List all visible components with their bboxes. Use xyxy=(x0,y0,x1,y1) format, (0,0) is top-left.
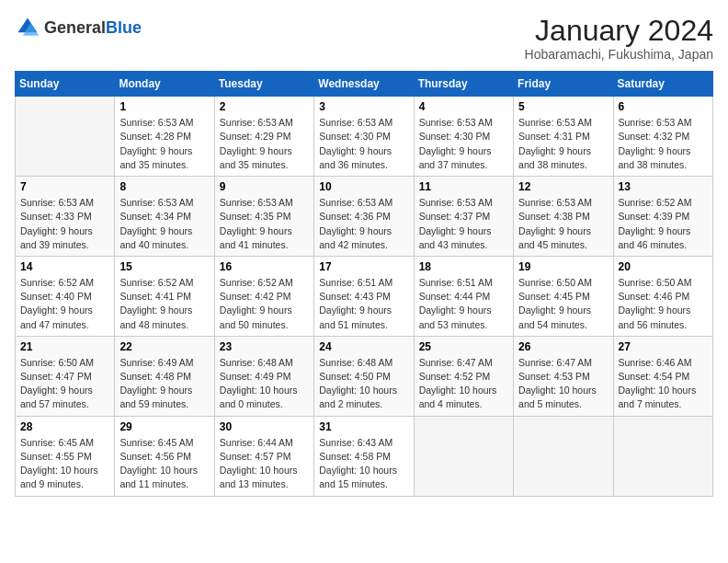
day-info: Sunrise: 6:53 AMSunset: 4:30 PMDaylight:… xyxy=(319,116,408,172)
calendar-cell-w3-d7: 20Sunrise: 6:50 AMSunset: 4:46 PMDayligh… xyxy=(613,256,712,336)
day-info: Sunrise: 6:47 AMSunset: 4:53 PMDaylight:… xyxy=(518,356,608,412)
day-number: 5 xyxy=(518,100,608,113)
day-info: Sunrise: 6:52 AMSunset: 4:39 PMDaylight:… xyxy=(619,196,708,252)
day-info: Sunrise: 6:45 AMSunset: 4:55 PMDaylight:… xyxy=(20,436,109,492)
calendar-cell-w4-d5: 25Sunrise: 6:47 AMSunset: 4:52 PMDayligh… xyxy=(414,336,513,416)
day-number: 11 xyxy=(419,180,508,193)
col-thursday: Thursday xyxy=(414,72,513,97)
month-title: January 2024 xyxy=(525,15,713,47)
day-info: Sunrise: 6:53 AMSunset: 4:34 PMDaylight:… xyxy=(119,196,209,252)
calendar-cell-w2-d6: 12Sunrise: 6:53 AMSunset: 4:38 PMDayligh… xyxy=(514,177,613,257)
calendar-cell-w5-d3: 30Sunrise: 6:44 AMSunset: 4:57 PMDayligh… xyxy=(214,416,313,496)
calendar-table: Sunday Monday Tuesday Wednesday Thursday… xyxy=(15,71,713,496)
day-number: 22 xyxy=(119,340,209,353)
col-sunday: Sunday xyxy=(16,72,115,97)
col-monday: Monday xyxy=(115,72,214,97)
day-info: Sunrise: 6:52 AMSunset: 4:40 PMDaylight:… xyxy=(20,276,109,332)
day-number: 20 xyxy=(619,260,708,273)
day-number: 29 xyxy=(119,420,209,433)
day-info: Sunrise: 6:51 AMSunset: 4:43 PMDaylight:… xyxy=(319,276,408,332)
calendar-cell-w5-d7 xyxy=(613,416,712,496)
page-header: GeneralBlue January 2024 Hobaramachi, Fu… xyxy=(15,15,713,62)
calendar-cell-w4-d2: 22Sunrise: 6:49 AMSunset: 4:48 PMDayligh… xyxy=(115,336,214,416)
day-number: 13 xyxy=(619,180,708,193)
calendar-cell-w3-d6: 19Sunrise: 6:50 AMSunset: 4:45 PMDayligh… xyxy=(514,256,613,336)
day-info: Sunrise: 6:52 AMSunset: 4:41 PMDaylight:… xyxy=(119,276,209,332)
logo: GeneralBlue xyxy=(15,15,142,40)
calendar-week-3: 14Sunrise: 6:52 AMSunset: 4:40 PMDayligh… xyxy=(16,256,713,336)
day-number: 4 xyxy=(419,100,508,113)
calendar-cell-w3-d3: 16Sunrise: 6:52 AMSunset: 4:42 PMDayligh… xyxy=(214,256,313,336)
day-number: 19 xyxy=(518,260,608,273)
day-info: Sunrise: 6:53 AMSunset: 4:33 PMDaylight:… xyxy=(20,196,109,252)
calendar-cell-w5-d1: 28Sunrise: 6:45 AMSunset: 4:55 PMDayligh… xyxy=(16,416,115,496)
calendar-cell-w3-d4: 17Sunrise: 6:51 AMSunset: 4:43 PMDayligh… xyxy=(314,256,414,336)
day-info: Sunrise: 6:53 AMSunset: 4:29 PMDaylight:… xyxy=(220,116,309,172)
calendar-cell-w5-d6 xyxy=(514,416,613,496)
logo-text-general: General xyxy=(44,18,106,37)
day-number: 12 xyxy=(518,180,608,193)
day-info: Sunrise: 6:53 AMSunset: 4:37 PMDaylight:… xyxy=(419,196,508,252)
day-number: 17 xyxy=(319,260,408,273)
col-wednesday: Wednesday xyxy=(314,72,414,97)
day-info: Sunrise: 6:45 AMSunset: 4:56 PMDaylight:… xyxy=(119,436,209,492)
day-info: Sunrise: 6:53 AMSunset: 4:35 PMDaylight:… xyxy=(220,196,309,252)
calendar-cell-w1-d4: 3Sunrise: 6:53 AMSunset: 4:30 PMDaylight… xyxy=(314,97,414,177)
day-info: Sunrise: 6:50 AMSunset: 4:47 PMDaylight:… xyxy=(20,356,109,412)
day-number: 30 xyxy=(220,420,309,433)
day-number: 1 xyxy=(119,100,209,113)
col-tuesday: Tuesday xyxy=(214,72,313,97)
day-info: Sunrise: 6:53 AMSunset: 4:36 PMDaylight:… xyxy=(319,196,408,252)
day-number: 3 xyxy=(319,100,408,113)
calendar-cell-w5-d4: 31Sunrise: 6:43 AMSunset: 4:58 PMDayligh… xyxy=(314,416,414,496)
day-info: Sunrise: 6:48 AMSunset: 4:49 PMDaylight:… xyxy=(220,356,309,412)
calendar-week-2: 7Sunrise: 6:53 AMSunset: 4:33 PMDaylight… xyxy=(16,177,713,257)
day-info: Sunrise: 6:47 AMSunset: 4:52 PMDaylight:… xyxy=(419,356,508,412)
logo-icon xyxy=(15,15,40,40)
calendar-cell-w1-d6: 5Sunrise: 6:53 AMSunset: 4:31 PMDaylight… xyxy=(514,97,613,177)
day-info: Sunrise: 6:50 AMSunset: 4:46 PMDaylight:… xyxy=(619,276,708,332)
day-number: 10 xyxy=(319,180,408,193)
day-info: Sunrise: 6:49 AMSunset: 4:48 PMDaylight:… xyxy=(119,356,209,412)
day-number: 25 xyxy=(419,340,508,353)
calendar-cell-w2-d5: 11Sunrise: 6:53 AMSunset: 4:37 PMDayligh… xyxy=(414,177,513,257)
calendar-cell-w4-d7: 27Sunrise: 6:46 AMSunset: 4:54 PMDayligh… xyxy=(613,336,712,416)
day-info: Sunrise: 6:43 AMSunset: 4:58 PMDaylight:… xyxy=(319,436,408,492)
calendar-cell-w1-d7: 6Sunrise: 6:53 AMSunset: 4:32 PMDaylight… xyxy=(613,97,712,177)
day-number: 18 xyxy=(419,260,508,273)
header-row: Sunday Monday Tuesday Wednesday Thursday… xyxy=(16,72,713,97)
day-info: Sunrise: 6:53 AMSunset: 4:38 PMDaylight:… xyxy=(518,196,608,252)
calendar-cell-w4-d4: 24Sunrise: 6:48 AMSunset: 4:50 PMDayligh… xyxy=(314,336,414,416)
day-info: Sunrise: 6:51 AMSunset: 4:44 PMDaylight:… xyxy=(419,276,508,332)
col-saturday: Saturday xyxy=(613,72,712,97)
day-number: 7 xyxy=(20,180,109,193)
day-info: Sunrise: 6:53 AMSunset: 4:32 PMDaylight:… xyxy=(619,116,708,172)
calendar-cell-w1-d3: 2Sunrise: 6:53 AMSunset: 4:29 PMDaylight… xyxy=(214,97,313,177)
calendar-cell-w3-d1: 14Sunrise: 6:52 AMSunset: 4:40 PMDayligh… xyxy=(16,256,115,336)
calendar-cell-w1-d2: 1Sunrise: 6:53 AMSunset: 4:28 PMDaylight… xyxy=(115,97,214,177)
calendar-header: Sunday Monday Tuesday Wednesday Thursday… xyxy=(16,72,713,97)
day-info: Sunrise: 6:53 AMSunset: 4:31 PMDaylight:… xyxy=(518,116,608,172)
calendar-cell-w1-d5: 4Sunrise: 6:53 AMSunset: 4:30 PMDaylight… xyxy=(414,97,513,177)
calendar-cell-w2-d7: 13Sunrise: 6:52 AMSunset: 4:39 PMDayligh… xyxy=(613,177,712,257)
calendar-cell-w5-d2: 29Sunrise: 6:45 AMSunset: 4:56 PMDayligh… xyxy=(115,416,214,496)
calendar-cell-w4-d6: 26Sunrise: 6:47 AMSunset: 4:53 PMDayligh… xyxy=(514,336,613,416)
calendar-cell-w3-d2: 15Sunrise: 6:52 AMSunset: 4:41 PMDayligh… xyxy=(115,256,214,336)
day-number: 9 xyxy=(220,180,309,193)
calendar-cell-w2-d4: 10Sunrise: 6:53 AMSunset: 4:36 PMDayligh… xyxy=(314,177,414,257)
calendar-cell-w4-d3: 23Sunrise: 6:48 AMSunset: 4:49 PMDayligh… xyxy=(214,336,313,416)
day-number: 24 xyxy=(319,340,408,353)
logo-text-blue: Blue xyxy=(106,18,142,37)
calendar-cell-w2-d2: 8Sunrise: 6:53 AMSunset: 4:34 PMDaylight… xyxy=(115,177,214,257)
day-info: Sunrise: 6:50 AMSunset: 4:45 PMDaylight:… xyxy=(518,276,608,332)
day-number: 31 xyxy=(319,420,408,433)
calendar-body: 1Sunrise: 6:53 AMSunset: 4:28 PMDaylight… xyxy=(16,97,713,496)
calendar-week-5: 28Sunrise: 6:45 AMSunset: 4:55 PMDayligh… xyxy=(16,416,713,496)
day-number: 6 xyxy=(619,100,708,113)
calendar-cell-w3-d5: 18Sunrise: 6:51 AMSunset: 4:44 PMDayligh… xyxy=(414,256,513,336)
day-number: 16 xyxy=(220,260,309,273)
day-number: 23 xyxy=(220,340,309,353)
day-info: Sunrise: 6:48 AMSunset: 4:50 PMDaylight:… xyxy=(319,356,408,412)
calendar-week-1: 1Sunrise: 6:53 AMSunset: 4:28 PMDaylight… xyxy=(16,97,713,177)
calendar-cell-w1-d1 xyxy=(16,97,115,177)
